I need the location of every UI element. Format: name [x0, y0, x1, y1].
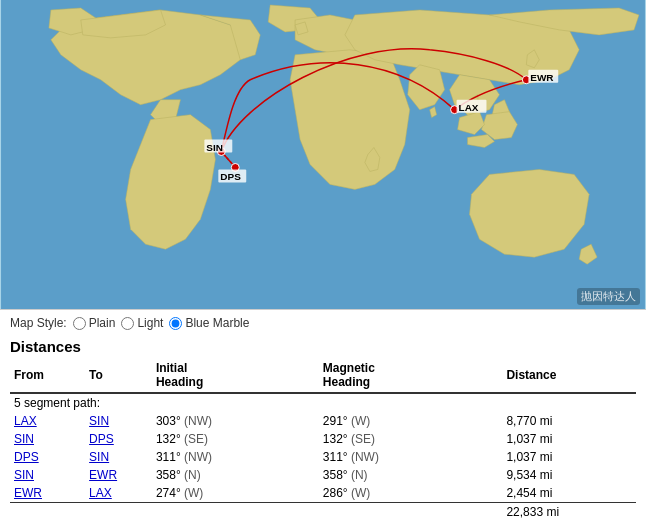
to-link[interactable]: LAX: [89, 486, 112, 500]
cell-mag: 132° (SE): [319, 430, 503, 448]
map-container: LAX SIN DPS EWR 抛因特达人: [0, 0, 646, 310]
cell-from: EWR: [10, 484, 85, 503]
cell-mag: 311° (NW): [319, 448, 503, 466]
table-row: EWR LAX 274° (W) 286° (W) 2,454 mi: [10, 484, 636, 503]
segment-label: 5 segment path:: [10, 393, 636, 412]
table-row: DPS SIN 311° (NW) 311° (NW) 1,037 mi: [10, 448, 636, 466]
cell-to: SIN: [85, 448, 152, 466]
style-plain-label[interactable]: Plain: [73, 316, 116, 330]
svg-text:LAX: LAX: [459, 102, 479, 113]
style-light-text: Light: [137, 316, 163, 330]
segment-path-row: 5 segment path:: [10, 393, 636, 412]
cell-dist: 1,037 mi: [502, 430, 636, 448]
style-light-radio[interactable]: [121, 317, 134, 330]
svg-text:DPS: DPS: [220, 171, 241, 182]
cell-from: SIN: [10, 466, 85, 484]
col-header-mag: MagneticHeading: [319, 359, 503, 393]
bottom-panel: Map Style: Plain Light Blue Marble Dista…: [0, 310, 646, 529]
col-header-to: To: [85, 359, 152, 393]
cell-to: EWR: [85, 466, 152, 484]
cell-from: LAX: [10, 412, 85, 430]
map-style-label: Map Style:: [10, 316, 67, 330]
distances-tbody: 5 segment path: LAX SIN 303° (NW) 291° (…: [10, 393, 636, 521]
cell-dist: 2,454 mi: [502, 484, 636, 503]
from-link[interactable]: LAX: [14, 414, 37, 428]
cell-init: 132° (SE): [152, 430, 319, 448]
distances-section: Distances From To InitialHeading Magneti…: [10, 338, 636, 521]
distances-title: Distances: [10, 338, 636, 355]
cell-from: SIN: [10, 430, 85, 448]
style-plain-text: Plain: [89, 316, 116, 330]
cell-from: DPS: [10, 448, 85, 466]
to-link[interactable]: DPS: [89, 432, 114, 446]
cell-dist: 8,770 mi: [502, 412, 636, 430]
cell-mag: 286° (W): [319, 484, 503, 503]
table-row: SIN DPS 132° (SE) 132° (SE) 1,037 mi: [10, 430, 636, 448]
total-label: [10, 503, 502, 522]
svg-text:EWR: EWR: [530, 72, 553, 83]
cell-mag: 291° (W): [319, 412, 503, 430]
cell-init: 274° (W): [152, 484, 319, 503]
from-link[interactable]: SIN: [14, 468, 34, 482]
table-header-row: From To InitialHeading MagneticHeading D…: [10, 359, 636, 393]
cell-dist: 9,534 mi: [502, 466, 636, 484]
style-bluemarble-label[interactable]: Blue Marble: [169, 316, 249, 330]
style-plain-radio[interactable]: [73, 317, 86, 330]
to-link[interactable]: SIN: [89, 450, 109, 464]
cell-to: SIN: [85, 412, 152, 430]
from-link[interactable]: SIN: [14, 432, 34, 446]
col-header-from: From: [10, 359, 85, 393]
cell-dist: 1,037 mi: [502, 448, 636, 466]
style-bluemarble-text: Blue Marble: [185, 316, 249, 330]
distances-table: From To InitialHeading MagneticHeading D…: [10, 359, 636, 521]
svg-text:SIN: SIN: [206, 142, 223, 153]
cell-mag: 358° (N): [319, 466, 503, 484]
to-link[interactable]: EWR: [89, 468, 117, 482]
style-bluemarble-radio[interactable]: [169, 317, 182, 330]
table-row: SIN EWR 358° (N) 358° (N) 9,534 mi: [10, 466, 636, 484]
style-light-label[interactable]: Light: [121, 316, 163, 330]
cell-to: LAX: [85, 484, 152, 503]
map-style-row: Map Style: Plain Light Blue Marble: [10, 316, 636, 330]
col-header-init: InitialHeading: [152, 359, 319, 393]
total-distance: 22,833 mi: [502, 503, 636, 522]
cell-init: 303° (NW): [152, 412, 319, 430]
cell-to: DPS: [85, 430, 152, 448]
cell-init: 311° (NW): [152, 448, 319, 466]
table-row: LAX SIN 303° (NW) 291° (W) 8,770 mi: [10, 412, 636, 430]
to-link[interactable]: SIN: [89, 414, 109, 428]
cell-init: 358° (N): [152, 466, 319, 484]
from-link[interactable]: DPS: [14, 450, 39, 464]
total-row: 22,833 mi: [10, 503, 636, 522]
col-header-dist: Distance: [502, 359, 636, 393]
from-link[interactable]: EWR: [14, 486, 42, 500]
